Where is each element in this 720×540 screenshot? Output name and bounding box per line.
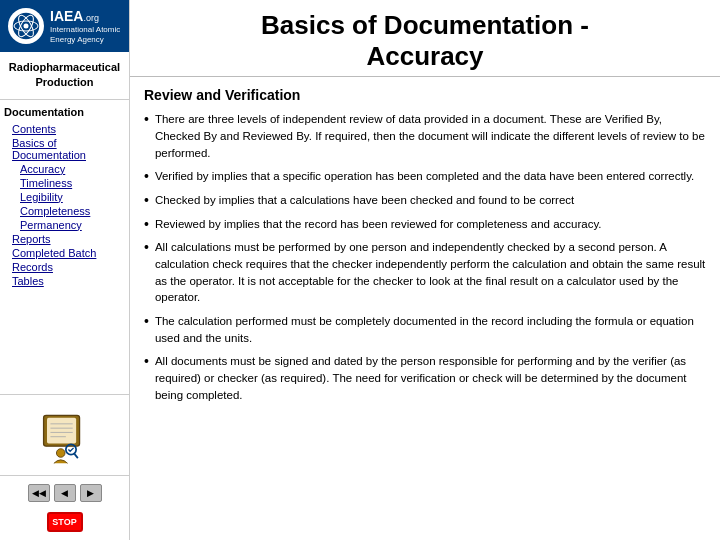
svg-point-4 [24, 24, 29, 29]
section-title: Radiopharmaceutical Production [0, 52, 129, 100]
bullet-item-7: • All documents must be signed and dated… [144, 353, 706, 403]
bullet-item-6: • The calculation performed must be comp… [144, 313, 706, 346]
svg-rect-6 [47, 418, 76, 444]
bullet-text-6: The calculation performed must be comple… [155, 313, 706, 346]
stop-area: STOP [0, 510, 129, 540]
bullet-dot-1: • [144, 112, 149, 161]
stop-button[interactable]: STOP [47, 512, 83, 532]
back-one-button[interactable]: ◀ [54, 484, 76, 502]
iaea-label: IAEA [50, 8, 83, 24]
content-body: Review and Verification • There are thre… [130, 77, 720, 540]
main-content: Basics of Documentation - Accuracy Revie… [130, 0, 720, 540]
nav-item-permanency[interactable]: Permanency [4, 218, 125, 232]
bullet-item-4: • Reviewed by implies that the record ha… [144, 216, 706, 233]
bullet-item-2: • Verified by implies that a specific op… [144, 168, 706, 185]
nav-item-timeliness[interactable]: Timeliness [4, 176, 125, 190]
bullet-dot-3: • [144, 193, 149, 209]
page-title: Basics of Documentation - Accuracy [150, 10, 700, 72]
bullet-text-1: There are three levels of independent re… [155, 111, 706, 161]
bullet-dot-2: • [144, 169, 149, 185]
nav-section-heading: Documentation [4, 106, 125, 118]
bullet-text-5: All calculations must be performed by on… [155, 239, 706, 306]
book-icon [35, 405, 95, 465]
bullet-dot-6: • [144, 314, 149, 346]
page-title-bar: Basics of Documentation - Accuracy [130, 0, 720, 77]
bullet-text-4: Reviewed by implies that the record has … [155, 216, 706, 233]
sidebar: IAEA.org International Atomic Energy Age… [0, 0, 130, 540]
book-icon-area [0, 394, 129, 476]
logo-area: IAEA.org International Atomic Energy Age… [0, 0, 129, 52]
bullet-list: • There are three levels of independent … [144, 111, 706, 403]
svg-line-13 [74, 454, 77, 458]
iaea-subtitle: International Atomic Energy Agency [50, 25, 121, 46]
nav-item-reports[interactable]: Reports [4, 232, 125, 246]
nav-item-tables[interactable]: Tables [4, 274, 125, 288]
nav-item-accuracy[interactable]: Accuracy [4, 162, 125, 176]
bullet-text-7: All documents must be signed and dated b… [155, 353, 706, 403]
nav-item-records[interactable]: Records [4, 260, 125, 274]
bullet-item-5: • All calculations must be performed by … [144, 239, 706, 306]
nav-item-legibility[interactable]: Legibility [4, 190, 125, 204]
nav-item-completed-batch[interactable]: Completed Batch [4, 246, 125, 260]
bullet-text-2: Verified by implies that a specific oper… [155, 168, 706, 185]
review-heading: Review and Verification [144, 87, 706, 103]
bullet-text-3: Checked by implies that a calculations h… [155, 192, 706, 209]
bullet-dot-7: • [144, 354, 149, 403]
nav-item-contents[interactable]: Contents [4, 122, 125, 136]
forward-one-button[interactable]: ▶ [80, 484, 102, 502]
bullet-item-1: • There are three levels of independent … [144, 111, 706, 161]
nav-area: Documentation Contents Basics of Documen… [0, 100, 129, 394]
back-two-button[interactable]: ◀◀ [28, 484, 50, 502]
logo-circle [8, 8, 44, 44]
nav-item-completeness[interactable]: Completeness [4, 204, 125, 218]
nav-item-basics[interactable]: Basics of Documentation [4, 136, 125, 162]
bullet-item-3: • Checked by implies that a calculations… [144, 192, 706, 209]
bullet-dot-5: • [144, 240, 149, 306]
svg-point-11 [56, 449, 65, 458]
bullet-dot-4: • [144, 217, 149, 233]
nav-controls: ◀◀ ◀ ▶ [0, 476, 129, 510]
org-label: .org [83, 13, 99, 23]
logo-text: IAEA.org International Atomic Energy Age… [50, 7, 121, 46]
